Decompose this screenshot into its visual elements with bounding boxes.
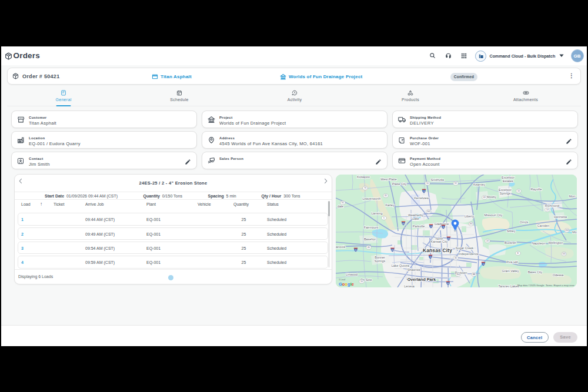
svg-text:Lansing: Lansing (372, 212, 383, 215)
svg-text:BB: BB (473, 273, 476, 276)
svg-text:Estates: Estates (503, 179, 513, 183)
svg-text:Lenexa: Lenexa (404, 284, 415, 287)
svg-text:45: 45 (385, 195, 387, 197)
svg-text:Fairmount: Fairmount (364, 226, 379, 229)
svg-text:Liberty: Liberty (465, 215, 474, 218)
svg-text:Tarsney Lakes: Tarsney Lakes (499, 284, 519, 287)
svg-text:1 Leaf: 1 Leaf (339, 278, 346, 281)
svg-text:Kansas City: Kansas City (423, 247, 452, 253)
svg-text:92: 92 (342, 202, 344, 204)
svg-text:435: 435 (447, 283, 450, 285)
svg-text:10: 10 (360, 280, 363, 283)
svg-text:102: 102 (427, 210, 430, 213)
svg-text:35: 35 (442, 226, 445, 229)
svg-text:Lake Quivira: Lake Quivira (392, 264, 409, 267)
svg-text:435: 435 (391, 249, 394, 252)
svg-text:Wellington: Wellington (548, 241, 563, 244)
svg-text:Grain Valley: Grain Valley (502, 269, 519, 273)
svg-text:350: 350 (456, 273, 460, 276)
svg-text:Mosby: Mosby (487, 195, 496, 199)
svg-text:Mort: Mort (569, 195, 576, 198)
svg-text:10: 10 (517, 190, 520, 192)
svg-text:Linwood: Linwood (346, 273, 358, 276)
svg-text:Mo: Mo (572, 230, 577, 234)
svg-text:10: 10 (426, 182, 429, 185)
svg-text:Google: Google (339, 281, 354, 286)
svg-text:Ferrelview: Ferrelview (415, 196, 429, 200)
svg-text:Kearney: Kearney (473, 183, 485, 186)
svg-text:Bates City: Bates City (528, 270, 543, 274)
svg-text:Pink Hill: Pink Hill (506, 260, 517, 263)
svg-text:Parkville: Parkville (413, 225, 425, 228)
svg-text:Sibley: Sibley (507, 229, 516, 233)
svg-text:29: 29 (423, 190, 425, 193)
svg-text:92: 92 (455, 182, 457, 185)
svg-text:Odessa: Odessa (553, 273, 564, 276)
svg-text:Kansas City: Kansas City (431, 240, 448, 243)
svg-text:Napoleon: Napoleon (532, 242, 545, 245)
svg-text:Smithville: Smithville (430, 178, 444, 182)
svg-text:Map data ©2025 Google Terms: Map data ©2025 Google Terms Report a map… (517, 284, 575, 287)
svg-text:Missouri City: Missouri City (485, 213, 503, 217)
svg-text:224: 224 (565, 229, 569, 232)
svg-text:435: 435 (447, 238, 450, 240)
svg-text:70: 70 (429, 256, 432, 259)
svg-text:Orrick: Orrick (520, 220, 529, 224)
svg-text:Lake: Lake (412, 217, 419, 220)
svg-text:29: 29 (430, 226, 432, 228)
svg-text:dale: dale (338, 205, 343, 208)
svg-text:Shawnee: Shawnee (407, 268, 420, 272)
svg-text:Springs: Springs (375, 259, 386, 263)
svg-text:69: 69 (483, 196, 486, 199)
svg-text:Basehor: Basehor (364, 237, 376, 241)
svg-text:Buckner: Buckner (505, 241, 516, 244)
svg-text:13: 13 (546, 209, 549, 211)
svg-text:Henrietta: Henrietta (554, 215, 567, 219)
svg-text:West Platte: West Platte (380, 177, 396, 180)
svg-text:onganoxie: onganoxie (336, 245, 345, 249)
svg-text:Platte City: Platte City (392, 182, 407, 185)
svg-text:Sugar Creek: Sugar Creek (456, 246, 474, 250)
svg-text:35: 35 (355, 249, 357, 252)
svg-text:Springs: Springs (500, 192, 511, 195)
svg-text:Leavenworth: Leavenworth (363, 197, 381, 200)
svg-text:131: 131 (562, 253, 566, 255)
svg-text:Overland Park: Overland Park (407, 277, 436, 282)
svg-text:Rayville: Rayville (531, 187, 542, 191)
svg-text:5: 5 (383, 217, 385, 219)
svg-text:Richmond: Richmond (545, 204, 559, 207)
svg-text:Farley: Farley (386, 203, 395, 207)
svg-text:40: 40 (368, 246, 370, 249)
svg-text:70: 70 (482, 263, 485, 266)
svg-text:Kickapoo: Kickapoo (357, 175, 370, 179)
svg-text:435: 435 (402, 223, 405, 225)
svg-text:291: 291 (469, 223, 473, 225)
svg-text:40: 40 (455, 257, 457, 259)
svg-text:24: 24 (486, 240, 489, 242)
svg-text:73: 73 (364, 187, 366, 189)
svg-text:Independence: Independence (459, 252, 479, 256)
svg-text:Camden: Camden (537, 224, 549, 227)
